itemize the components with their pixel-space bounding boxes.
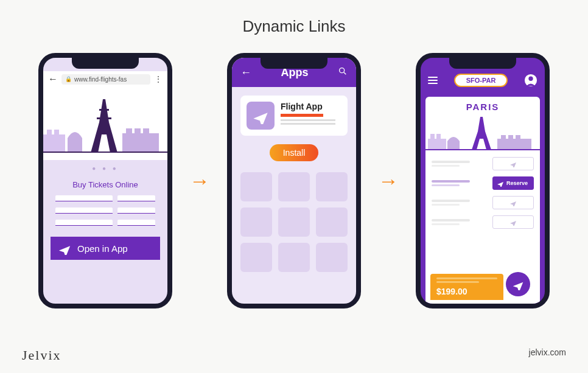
app-tile[interactable] <box>278 207 310 237</box>
svg-rect-19 <box>501 135 506 140</box>
form-field[interactable] <box>117 220 155 226</box>
lock-icon: 🔒 <box>65 76 72 82</box>
app-grid <box>232 161 356 283</box>
svg-point-14 <box>528 77 533 81</box>
app-tile[interactable] <box>240 207 272 237</box>
ticket-price: $199.00 <box>436 287 497 296</box>
flight-item[interactable]: Reserve <box>432 176 534 190</box>
svg-rect-9 <box>99 109 109 111</box>
rating-bar <box>281 114 323 117</box>
phone-app-store: ← Apps Flight App Install <box>227 53 361 309</box>
phones-row: ← 🔒 www.find-flights-fas ⋮ <box>0 53 588 309</box>
flight-option-chip[interactable] <box>492 157 534 170</box>
paris-skyline-icon <box>43 87 167 160</box>
svg-rect-4 <box>122 133 159 153</box>
reserve-button[interactable]: Reserve <box>492 176 534 190</box>
svg-rect-1 <box>43 134 65 153</box>
airplane-icon <box>58 242 71 255</box>
profile-icon[interactable] <box>524 74 537 87</box>
flight-option-chip[interactable] <box>492 196 534 209</box>
diagram-title: Dynamic Links <box>0 0 588 36</box>
app-icon <box>247 102 275 130</box>
svg-rect-16 <box>430 134 435 140</box>
reserve-label: Reserve <box>506 180 528 186</box>
airplane-icon <box>509 160 517 167</box>
hero-illustration <box>43 87 167 160</box>
route-pill[interactable]: SFO-PAR <box>454 74 508 87</box>
menu-dots-icon[interactable]: ⋮ <box>154 74 163 84</box>
app-tile[interactable] <box>316 207 348 237</box>
flight-list: Reserve <box>425 155 540 237</box>
brand-site: jelvix.com <box>529 347 566 363</box>
destination-illustration <box>425 112 540 155</box>
back-arrow-icon[interactable]: ← <box>48 74 58 85</box>
airplane-icon <box>497 180 504 187</box>
form-field[interactable] <box>55 195 113 201</box>
svg-rect-5 <box>126 128 132 134</box>
open-in-app-button[interactable]: Open in App <box>51 237 160 260</box>
hamburger-menu-icon[interactable] <box>428 77 438 84</box>
description-line <box>281 119 335 121</box>
form-field[interactable] <box>55 220 113 226</box>
app-card[interactable]: Flight App <box>240 96 348 136</box>
footer: Jelvix jelvix.com <box>0 347 588 363</box>
search-form <box>43 195 167 226</box>
destination-title: PARIS <box>425 97 540 112</box>
phone-web-browser: ← 🔒 www.find-flights-fas ⋮ <box>38 53 172 309</box>
url-field[interactable]: 🔒 www.find-flights-fas <box>61 74 150 85</box>
svg-rect-6 <box>135 128 141 134</box>
phone-native-app: SFO-PAR PARIS <box>416 53 550 309</box>
phone-notch <box>449 58 516 69</box>
app-tile[interactable] <box>278 172 310 201</box>
back-arrow-icon[interactable]: ← <box>240 66 251 79</box>
flight-item[interactable] <box>432 196 534 209</box>
flight-option-chip[interactable] <box>492 215 534 229</box>
app-tile[interactable] <box>316 243 348 272</box>
svg-line-12 <box>344 72 346 74</box>
airplane-icon <box>509 199 517 206</box>
install-button[interactable]: Install <box>270 144 319 161</box>
ticket-card[interactable]: $199.00 <box>430 274 503 300</box>
form-field[interactable] <box>55 207 113 214</box>
fab-button[interactable] <box>506 272 530 296</box>
svg-rect-7 <box>143 128 149 134</box>
airplane-icon <box>252 107 269 124</box>
section-subtitle: Buy Tickets Online <box>43 180 167 189</box>
open-in-app-label: Open in App <box>77 243 128 254</box>
svg-rect-15 <box>428 139 446 150</box>
app-bar: SFO-PAR <box>421 69 545 92</box>
airplane-icon <box>512 278 524 290</box>
phone-notch <box>261 58 327 69</box>
search-icon[interactable] <box>338 66 348 78</box>
svg-rect-21 <box>516 135 520 140</box>
browser-address-bar: ← 🔒 www.find-flights-fas ⋮ <box>43 71 167 87</box>
app-tile[interactable] <box>278 243 310 272</box>
app-tile[interactable] <box>240 172 272 201</box>
svg-rect-20 <box>508 135 513 140</box>
brand-logo: Jelvix <box>22 347 61 363</box>
carousel-pager[interactable]: ● ● ● <box>43 160 167 176</box>
form-field[interactable] <box>117 207 155 214</box>
svg-rect-8 <box>97 117 111 119</box>
app-tile[interactable] <box>240 243 272 272</box>
app-meta: Flight App <box>281 102 341 130</box>
airplane-icon <box>509 218 517 226</box>
content-card: PARIS <box>425 97 540 304</box>
svg-rect-2 <box>47 130 52 136</box>
svg-point-11 <box>340 68 345 73</box>
app-tile[interactable] <box>316 172 348 201</box>
app-name: Flight App <box>281 102 341 111</box>
flow-arrow-icon: → <box>378 169 399 193</box>
flight-item[interactable] <box>432 215 534 229</box>
description-line <box>281 123 335 125</box>
svg-rect-10 <box>43 152 167 153</box>
svg-rect-3 <box>54 130 59 136</box>
flight-item[interactable] <box>432 157 534 170</box>
phone-notch <box>72 58 139 69</box>
svg-rect-18 <box>497 139 531 150</box>
svg-rect-22 <box>425 149 540 150</box>
svg-rect-17 <box>436 134 441 140</box>
flow-arrow-icon: → <box>189 169 210 193</box>
form-field[interactable] <box>117 195 155 201</box>
paris-skyline-icon <box>425 112 540 155</box>
